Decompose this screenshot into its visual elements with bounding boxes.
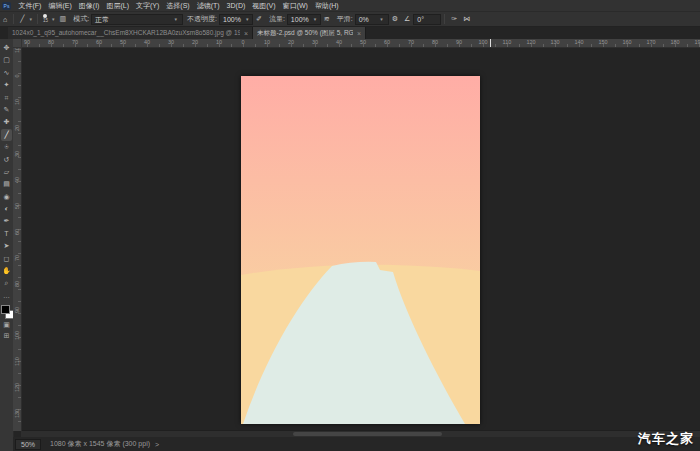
type-tool-icon[interactable]: T [1,228,12,240]
menu-item-8[interactable]: 视图(V) [249,1,279,11]
flow-label: 流量: [269,14,285,24]
tools-panel: ✥▢∿✦⌗✎✚╱⍟↺▱▤◉◐✒T➤◻✋⌕… ▣ ⊞ [0,39,14,451]
eraser-tool-icon[interactable]: ▱ [1,166,12,178]
menu-item-7[interactable]: 3D(D) [223,2,249,9]
canvas-pasteboard[interactable] [21,47,700,437]
options-separator [13,14,14,24]
home-icon[interactable]: ⌂ [0,16,10,23]
brush-tool-icon[interactable]: ╱ [17,15,27,23]
lasso-tool-icon[interactable]: ∿ [1,67,12,79]
blur-tool-icon[interactable]: ◉ [1,191,12,203]
ruler-label: 70 [72,39,78,45]
ruler-label: 20 [192,39,198,45]
smoothing-select[interactable]: 0% ▾ [355,14,389,25]
status-chevron-icon[interactable]: > [155,441,159,448]
chevron-down-icon[interactable]: ▾ [27,16,34,22]
eyedropper-tool-icon[interactable]: ✎ [1,104,12,116]
path-selection-tool-icon[interactable]: ➤ [1,240,12,252]
zoom-tool-icon[interactable]: ⌕ [1,277,12,289]
brush-settings-panel-toggle-icon[interactable]: ▥ [57,15,70,23]
marquee-tool-icon[interactable]: ▢ [1,54,12,66]
ruler-label: 70 [408,39,414,45]
mode-label: 模式: [73,14,89,24]
document-info: 1080 像素 x 1545 像素 (300 ppi) [50,439,150,449]
menu-item-3[interactable]: 图层(L) [103,1,133,11]
ruler-label: 90 [14,306,20,314]
opacity-value: 100% [223,15,241,24]
brush-preset-picker[interactable]: 15 [41,14,50,24]
smoothing-options-gear-icon[interactable]: ⚙ [389,15,401,23]
hand-tool-icon[interactable]: ✋ [1,265,12,277]
ruler-label: 20 [288,39,294,45]
magic-wand-tool-icon[interactable]: ✦ [1,79,12,91]
symmetry-icon[interactable]: ⋈ [460,15,473,23]
crop-tool-icon[interactable]: ⌗ [1,92,12,104]
menu-item-2[interactable]: 图像(I) [75,1,103,11]
menu-item-5[interactable]: 选择(S) [163,1,193,11]
ruler-label: 80 [48,39,54,45]
chevron-down-icon: ▾ [378,15,385,24]
ruler-label: 190 [694,39,700,45]
gradient-tool-icon[interactable]: ▤ [1,178,12,190]
tab-close-icon[interactable]: × [357,30,361,37]
document-tab-0[interactable]: 1024x0_1_q95_autohomecar__ChsEm8XHCKAR12… [8,27,253,39]
menu-item-10[interactable]: 帮助(H) [311,1,342,11]
flow-value: 100% [291,15,309,24]
menu-item-0[interactable]: 文件(F) [15,1,45,11]
healing-brush-tool-icon[interactable]: ✚ [1,116,12,128]
dodge-tool-icon[interactable]: ◐ [1,203,12,215]
ruler-label: 10 [14,98,20,106]
menu-item-1[interactable]: 编辑(E) [45,1,75,11]
move-tool-icon[interactable]: ✥ [1,42,12,54]
ruler-label: 140 [574,39,583,45]
ruler-ticks [18,49,21,431]
menu-item-6[interactable]: 滤镜(T) [193,1,223,11]
document-tab-bar: 1024x0_1_q95_autohomecar__ChsEm8XHCKAR12… [0,27,700,39]
ruler-corner[interactable] [13,39,22,48]
scrollbar-thumb[interactable] [293,432,442,436]
ruler-label: 30 [14,150,20,158]
ruler-label: 80 [14,280,20,288]
ruler-label: 60 [384,39,390,45]
chevron-down-icon: ▾ [312,15,319,24]
photoshop-logo-icon: Ps [2,2,11,10]
ruler-label: 30 [312,39,318,45]
pen-tool-icon[interactable]: ✒ [1,215,12,227]
vertical-ruler[interactable]: 100102030405060708090100110120130 [13,47,22,431]
size-pressure-icon[interactable]: ✑ [448,15,460,23]
screen-mode-button[interactable]: ⊞ [1,330,12,341]
horizontal-scrollbar[interactable] [21,430,700,437]
menu-item-9[interactable]: 窗口(W) [279,1,311,11]
brush-angle-input[interactable]: 0° [413,14,441,25]
shape-tool-icon[interactable]: ◻ [1,253,12,265]
opacity-select[interactable]: 100% ▾ [219,14,253,25]
ruler-label: 80 [432,39,438,45]
airbrush-icon[interactable]: ≋ [321,15,333,23]
brush-tool-icon[interactable]: ╱ [1,129,12,141]
ruler-label: 50 [14,202,20,210]
brush-angle-icon: ∠ [401,15,413,23]
horizontal-ruler[interactable]: 9080706050403020100102030405060708090100… [13,39,700,48]
history-brush-tool-icon[interactable]: ↺ [1,154,12,166]
zoom-level-field[interactable]: 50% [15,439,41,450]
ruler-label: 120 [14,384,20,392]
clone-stamp-tool-icon[interactable]: ⍟ [1,141,12,153]
ruler-label: 90 [24,39,30,45]
flow-select[interactable]: 100% ▾ [287,14,321,25]
ruler-label: 120 [526,39,535,45]
ruler-label: 130 [550,39,559,45]
quick-mask-button[interactable]: ▣ [1,319,12,330]
document-tab-1[interactable]: 未标题-2.psd @ 50% (图层 5, RGB/8) *× [253,27,366,39]
document-canvas[interactable] [241,76,480,424]
watermark: 汽车之家 [638,430,694,448]
menu-item-4[interactable]: 文字(Y) [132,1,162,11]
blend-mode-select[interactable]: 正常 ▾ [91,14,183,25]
foreground-color-swatch[interactable] [1,305,10,314]
edit-toolbar-button-icon[interactable]: … [1,290,12,302]
opacity-pressure-icon[interactable]: ✐ [253,15,265,23]
chevron-down-icon: ▾ [244,15,251,24]
blend-mode-value: 正常 [95,15,169,24]
ruler-label: 50 [360,39,366,45]
ruler-ticks [15,44,700,47]
tab-close-icon[interactable]: × [244,30,248,37]
